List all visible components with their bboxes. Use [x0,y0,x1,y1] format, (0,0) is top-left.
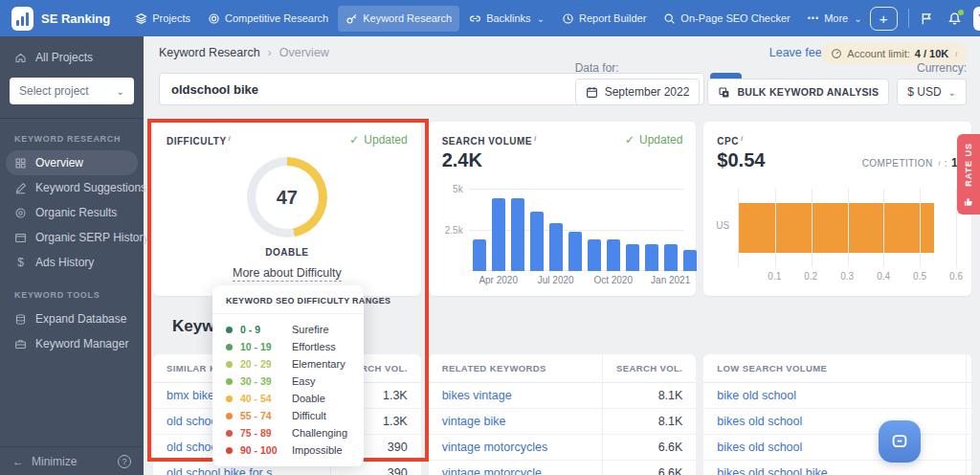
keyword-link[interactable]: vintage bike [442,415,506,428]
table-row: bikes vintage8.1K [429,383,697,409]
competition-indicator: COMPETITIONi : 1 [862,156,958,170]
region-label: US [716,220,729,231]
range-color-dot [226,361,233,368]
table-body: bike old schoolbikes old schoolbikes old… [703,383,971,475]
y-tick-label: 5k [440,184,463,194]
range-color-dot [226,344,233,351]
volume-bar [683,250,697,271]
table-row: bikes old school [703,409,971,435]
keyword-link[interactable]: bikes old school bike [717,466,827,475]
info-icon[interactable]: i [534,134,537,143]
rate-us-tab[interactable]: RATE US [957,134,980,215]
search-volume-value: 8.1K [658,389,683,402]
nav-competitive-research[interactable]: Competitive Research [200,6,336,32]
table-row: bike old school [703,383,971,409]
x-axis-label: Jan 2021 [651,275,690,285]
x-tick-label: 0.2 [804,271,817,282]
tooltip-range-row: 55 - 74Difficult [226,407,350,424]
sidebar-section-keyword-research: KEYWORD RESEARCH [0,119,144,150]
range-values: 75 - 89 [240,427,284,439]
sidebar-item-overview[interactable]: Overview [6,150,138,175]
cpc-bar [739,203,934,253]
range-label: Doable [292,393,325,404]
plus-icon: + [880,11,888,27]
gridline [883,189,884,267]
breadcrumb-keyword-research[interactable]: Keyword Research [159,46,260,59]
table-header: LOW SEARCH VOLUME [703,354,971,383]
se-ranking-logo-icon[interactable] [11,7,33,31]
info-icon[interactable]: i [229,134,232,143]
range-values: 10 - 19 [240,341,284,352]
add-button[interactable]: + [870,7,898,31]
sidebar-item-ads-history[interactable]: $ Ads History [0,250,144,275]
difficulty-score: 47 [277,187,298,209]
search-input[interactable] [160,82,606,97]
range-label: Impossible [292,444,343,456]
flag-button[interactable] [920,11,934,26]
breadcrumb-overview: Overview [279,46,329,59]
report-icon [562,12,574,25]
nav-backlinks[interactable]: Backlinks ⌄ [461,6,552,32]
info-icon[interactable]: i [741,134,744,143]
help-button[interactable]: ? [118,455,131,468]
keyword-link[interactable]: bikes old school [717,415,802,428]
volume-bar [492,198,505,271]
link-icon [469,12,481,25]
sidebar-item-keyword-suggestions[interactable]: Keyword Suggestions [0,175,144,200]
home-icon [14,52,27,64]
info-icon[interactable]: i [939,159,941,168]
breadcrumb-separator-icon: › [268,46,272,59]
updated-status: ✓ Updated [349,133,407,147]
sidebar-item-expand-database[interactable]: Expand Database [0,306,144,331]
x-tick-label: 0.6 [949,271,963,282]
notifications-button[interactable] [947,11,962,26]
range-values: 0 - 9 [240,324,284,335]
rate-us-label: RATE US [964,143,973,187]
column-header: RELATED KEYWORDS [442,363,546,373]
y-tick-label: 2.5k [440,225,463,236]
date-picker-button[interactable]: September 2022 [575,79,701,105]
search-volume-card: SEARCH VOLUMEi ✓ Updated 2.4K 5k 2.5k Ap… [429,122,697,296]
minimize-button[interactable]: ← Minimize [12,455,77,468]
nav-onpage-seo-checker[interactable]: On-Page SEO Checker [656,6,797,32]
tooltip-title: KEYWORD SEO DIFFICULTY RANGES [212,296,364,305]
sidebar-item-keyword-manager[interactable]: Keyword Manager [0,331,144,356]
data-controls: Data for: September 2022 BULK KEYWORD AN… [575,61,967,105]
x-tick-label: 0.5 [913,271,926,282]
nav-more[interactable]: ••• More ⌄ [800,6,870,32]
range-values: 55 - 74 [240,410,284,421]
nav-keyword-research[interactable]: Keyword Research [338,6,459,32]
more-about-difficulty-link[interactable]: More about Difficulty [233,266,342,282]
sidebar-item-organic-results[interactable]: Organic Results [0,200,144,225]
user-avatar[interactable]: YK [973,7,980,31]
target-icon [14,207,27,219]
nav-report-builder[interactable]: Report Builder [554,6,654,32]
pencil-icon [14,182,27,194]
volume-bar [607,239,620,271]
keyword-link[interactable]: bikes vintage [442,389,512,402]
keyword-link[interactable]: vintage motorcycle [442,466,542,475]
sidebar-all-projects[interactable]: All Projects [0,45,144,70]
column-divider [966,354,967,475]
keyword-link[interactable]: old school bike for s [167,466,272,475]
keyword-link[interactable]: vintage motorcycles [442,441,547,454]
sidebar-item-organic-serp-history[interactable]: Organic SERP History [0,225,144,250]
difficulty-ranges-tooltip: KEYWORD SEO DIFFICULTY RANGES 0 - 9Suref… [212,285,364,466]
related-keywords-table: RELATED KEYWORDS SEARCH VOL. bikes vinta… [429,354,697,475]
chat-widget-button[interactable] [879,420,921,463]
bulk-keyword-analysis-button[interactable]: BULK KEYWORD ANALYSIS [707,79,889,105]
select-project-dropdown[interactable]: Select project ⌄ [10,78,134,104]
currency-dropdown[interactable]: $ USD ⌄ [897,79,967,105]
key-icon [345,12,358,25]
column-header: LOW SEARCH VOLUME [717,363,827,373]
search-volume-value: 6.6K [658,441,683,454]
thumbs-up-icon [963,196,974,208]
tooltip-range-row: 90 - 100Impossible [226,441,350,459]
range-color-dot [226,430,233,437]
tooltip-range-row: 75 - 89Challenging [226,424,350,441]
nav-projects[interactable]: Projects [127,6,198,32]
keyword-link[interactable]: bikes old school [717,441,802,454]
keyword-link[interactable]: bike old school [717,389,796,402]
search-volume-value: 1.3K [383,415,408,428]
updated-status: ✓ Updated [625,133,682,147]
